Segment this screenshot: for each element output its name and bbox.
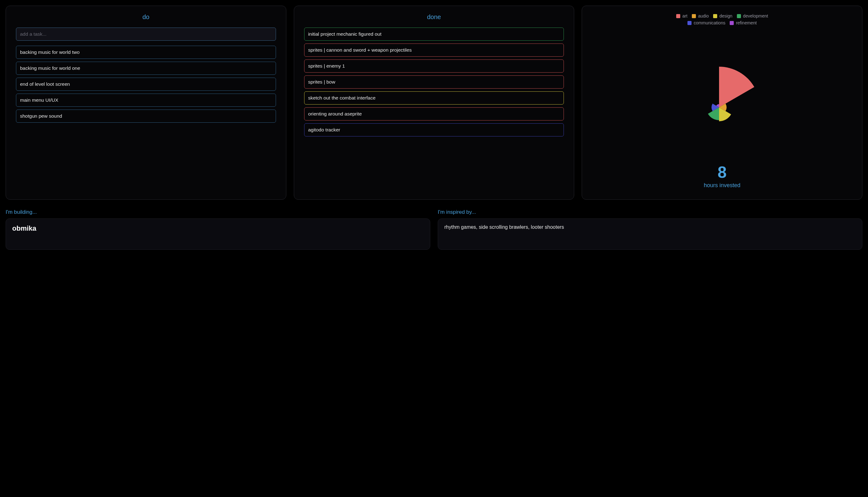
task-card[interactable]: end of level loot screen bbox=[16, 77, 276, 91]
building-label: I'm building... bbox=[6, 209, 430, 215]
task-label: main menu UI/UX bbox=[20, 97, 58, 103]
task-card[interactable]: backing music for world two bbox=[16, 46, 276, 59]
task-label: initial project mechanic figured out bbox=[308, 31, 381, 37]
task-card[interactable]: initial project mechanic figured out bbox=[304, 28, 564, 41]
task-label: orienting around aseprite bbox=[308, 111, 362, 116]
done-panel: done initial project mechanic figured ou… bbox=[294, 6, 575, 200]
task-label: backing music for world two bbox=[20, 49, 79, 55]
add-task-input[interactable] bbox=[16, 28, 276, 41]
legend-swatch bbox=[737, 14, 741, 18]
legend-swatch bbox=[713, 14, 717, 18]
task-card[interactable]: shotgun pew sound bbox=[16, 110, 276, 123]
task-card[interactable]: agitodo tracker bbox=[304, 123, 564, 137]
task-card[interactable]: sketch out the combat interface bbox=[304, 91, 564, 104]
task-label: sprites | bow bbox=[308, 79, 335, 85]
task-card[interactable]: backing music for world one bbox=[16, 62, 276, 75]
task-card[interactable]: orienting around aseprite bbox=[304, 107, 564, 120]
task-label: shotgun pew sound bbox=[20, 113, 62, 118]
task-label: sketch out the combat interface bbox=[308, 95, 376, 100]
legend-item-refinement[interactable]: refinement bbox=[730, 20, 757, 25]
legend-swatch bbox=[692, 14, 696, 18]
inspired-label: I'm inspired by... bbox=[438, 209, 862, 215]
legend-label: audio bbox=[698, 13, 709, 18]
task-label: end of level loot screen bbox=[20, 81, 70, 87]
do-panel: do backing music for world twobacking mu… bbox=[6, 6, 286, 200]
hours-number: 8 bbox=[718, 164, 726, 180]
legend-item-design[interactable]: design bbox=[713, 13, 732, 18]
legend-swatch bbox=[676, 14, 680, 18]
done-task-list: initial project mechanic figured outspri… bbox=[304, 28, 564, 137]
polar-chart bbox=[592, 32, 852, 164]
building-text[interactable]: obmika bbox=[6, 218, 430, 250]
legend-item-communications[interactable]: communications bbox=[688, 20, 725, 25]
done-title: done bbox=[304, 13, 564, 21]
do-title: do bbox=[16, 13, 276, 21]
legend-label: design bbox=[719, 13, 732, 18]
legend-item-audio[interactable]: audio bbox=[692, 13, 709, 18]
legend-label: development bbox=[743, 13, 768, 18]
chart-slice-art[interactable] bbox=[719, 67, 754, 107]
do-task-list: backing music for world twobacking music… bbox=[16, 46, 276, 123]
task-label: agitodo tracker bbox=[308, 127, 341, 132]
legend-item-development[interactable]: development bbox=[737, 13, 768, 18]
stats-panel: artaudiodesigndevelopmentcommunicationsr… bbox=[582, 6, 862, 200]
hours-label: hours invested bbox=[704, 182, 740, 189]
legend-swatch bbox=[730, 21, 734, 25]
legend-item-art[interactable]: art bbox=[676, 13, 688, 18]
legend-label: refinement bbox=[736, 20, 757, 25]
task-card[interactable]: sprites | cannon and sword + weapon proj… bbox=[304, 43, 564, 57]
inspired-text[interactable]: rhythm games, side scrolling brawlers, l… bbox=[438, 218, 862, 250]
task-label: backing music for world one bbox=[20, 66, 80, 71]
legend-label: communications bbox=[694, 20, 725, 25]
chart-legend: artaudiodesigndevelopmentcommunicationsr… bbox=[669, 13, 776, 25]
task-card[interactable]: sprites | bow bbox=[304, 75, 564, 88]
legend-swatch bbox=[688, 21, 692, 25]
task-card[interactable]: sprites | enemy 1 bbox=[304, 59, 564, 73]
task-label: sprites | enemy 1 bbox=[308, 63, 345, 69]
legend-label: art bbox=[682, 13, 688, 18]
task-label: sprites | cannon and sword + weapon proj… bbox=[308, 47, 412, 53]
task-card[interactable]: main menu UI/UX bbox=[16, 94, 276, 107]
